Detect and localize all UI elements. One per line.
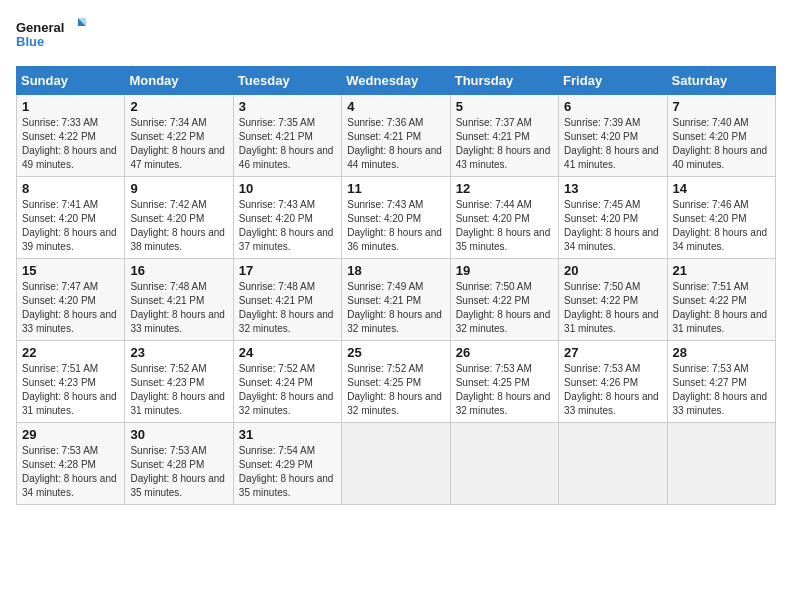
day-header-sunday: Sunday bbox=[17, 67, 125, 95]
day-info: Sunrise: 7:45 AM Sunset: 4:20 PM Dayligh… bbox=[564, 198, 661, 254]
day-info: Sunrise: 7:52 AM Sunset: 4:24 PM Dayligh… bbox=[239, 362, 336, 418]
calendar-cell: 15 Sunrise: 7:47 AM Sunset: 4:20 PM Dayl… bbox=[17, 259, 125, 341]
week-row-4: 22 Sunrise: 7:51 AM Sunset: 4:23 PM Dayl… bbox=[17, 341, 776, 423]
calendar-table: SundayMondayTuesdayWednesdayThursdayFrid… bbox=[16, 66, 776, 505]
logo: General Blue bbox=[16, 16, 86, 56]
calendar-cell: 11 Sunrise: 7:43 AM Sunset: 4:20 PM Dayl… bbox=[342, 177, 450, 259]
day-info: Sunrise: 7:54 AM Sunset: 4:29 PM Dayligh… bbox=[239, 444, 336, 500]
calendar-cell: 1 Sunrise: 7:33 AM Sunset: 4:22 PM Dayli… bbox=[17, 95, 125, 177]
header-row: SundayMondayTuesdayWednesdayThursdayFrid… bbox=[17, 67, 776, 95]
day-info: Sunrise: 7:47 AM Sunset: 4:20 PM Dayligh… bbox=[22, 280, 119, 336]
day-number: 27 bbox=[564, 345, 661, 360]
day-number: 21 bbox=[673, 263, 770, 278]
day-info: Sunrise: 7:53 AM Sunset: 4:28 PM Dayligh… bbox=[130, 444, 227, 500]
calendar-cell: 4 Sunrise: 7:36 AM Sunset: 4:21 PM Dayli… bbox=[342, 95, 450, 177]
calendar-cell bbox=[667, 423, 775, 505]
week-row-5: 29 Sunrise: 7:53 AM Sunset: 4:28 PM Dayl… bbox=[17, 423, 776, 505]
calendar-cell: 31 Sunrise: 7:54 AM Sunset: 4:29 PM Dayl… bbox=[233, 423, 341, 505]
day-info: Sunrise: 7:48 AM Sunset: 4:21 PM Dayligh… bbox=[239, 280, 336, 336]
day-number: 1 bbox=[22, 99, 119, 114]
day-number: 22 bbox=[22, 345, 119, 360]
day-info: Sunrise: 7:50 AM Sunset: 4:22 PM Dayligh… bbox=[456, 280, 553, 336]
calendar-cell: 2 Sunrise: 7:34 AM Sunset: 4:22 PM Dayli… bbox=[125, 95, 233, 177]
day-number: 4 bbox=[347, 99, 444, 114]
day-number: 24 bbox=[239, 345, 336, 360]
week-row-1: 1 Sunrise: 7:33 AM Sunset: 4:22 PM Dayli… bbox=[17, 95, 776, 177]
day-info: Sunrise: 7:53 AM Sunset: 4:27 PM Dayligh… bbox=[673, 362, 770, 418]
day-number: 13 bbox=[564, 181, 661, 196]
day-info: Sunrise: 7:36 AM Sunset: 4:21 PM Dayligh… bbox=[347, 116, 444, 172]
day-info: Sunrise: 7:42 AM Sunset: 4:20 PM Dayligh… bbox=[130, 198, 227, 254]
day-number: 2 bbox=[130, 99, 227, 114]
calendar-cell: 9 Sunrise: 7:42 AM Sunset: 4:20 PM Dayli… bbox=[125, 177, 233, 259]
week-row-2: 8 Sunrise: 7:41 AM Sunset: 4:20 PM Dayli… bbox=[17, 177, 776, 259]
day-number: 23 bbox=[130, 345, 227, 360]
calendar-cell: 27 Sunrise: 7:53 AM Sunset: 4:26 PM Dayl… bbox=[559, 341, 667, 423]
day-number: 14 bbox=[673, 181, 770, 196]
day-number: 11 bbox=[347, 181, 444, 196]
day-number: 17 bbox=[239, 263, 336, 278]
calendar-cell: 12 Sunrise: 7:44 AM Sunset: 4:20 PM Dayl… bbox=[450, 177, 558, 259]
calendar-cell: 17 Sunrise: 7:48 AM Sunset: 4:21 PM Dayl… bbox=[233, 259, 341, 341]
day-info: Sunrise: 7:52 AM Sunset: 4:23 PM Dayligh… bbox=[130, 362, 227, 418]
day-number: 25 bbox=[347, 345, 444, 360]
day-info: Sunrise: 7:41 AM Sunset: 4:20 PM Dayligh… bbox=[22, 198, 119, 254]
day-info: Sunrise: 7:51 AM Sunset: 4:22 PM Dayligh… bbox=[673, 280, 770, 336]
header: General Blue bbox=[16, 16, 776, 56]
calendar-cell: 26 Sunrise: 7:53 AM Sunset: 4:25 PM Dayl… bbox=[450, 341, 558, 423]
calendar-cell: 7 Sunrise: 7:40 AM Sunset: 4:20 PM Dayli… bbox=[667, 95, 775, 177]
calendar-cell: 10 Sunrise: 7:43 AM Sunset: 4:20 PM Dayl… bbox=[233, 177, 341, 259]
day-info: Sunrise: 7:37 AM Sunset: 4:21 PM Dayligh… bbox=[456, 116, 553, 172]
day-number: 19 bbox=[456, 263, 553, 278]
day-header-thursday: Thursday bbox=[450, 67, 558, 95]
day-number: 8 bbox=[22, 181, 119, 196]
day-number: 10 bbox=[239, 181, 336, 196]
calendar-cell: 8 Sunrise: 7:41 AM Sunset: 4:20 PM Dayli… bbox=[17, 177, 125, 259]
day-number: 28 bbox=[673, 345, 770, 360]
logo-svg: General Blue bbox=[16, 16, 86, 56]
day-info: Sunrise: 7:44 AM Sunset: 4:20 PM Dayligh… bbox=[456, 198, 553, 254]
svg-text:Blue: Blue bbox=[16, 34, 44, 49]
calendar-cell: 13 Sunrise: 7:45 AM Sunset: 4:20 PM Dayl… bbox=[559, 177, 667, 259]
calendar-cell: 21 Sunrise: 7:51 AM Sunset: 4:22 PM Dayl… bbox=[667, 259, 775, 341]
day-header-monday: Monday bbox=[125, 67, 233, 95]
day-info: Sunrise: 7:53 AM Sunset: 4:25 PM Dayligh… bbox=[456, 362, 553, 418]
day-header-saturday: Saturday bbox=[667, 67, 775, 95]
day-number: 15 bbox=[22, 263, 119, 278]
day-info: Sunrise: 7:35 AM Sunset: 4:21 PM Dayligh… bbox=[239, 116, 336, 172]
day-header-friday: Friday bbox=[559, 67, 667, 95]
calendar-cell: 23 Sunrise: 7:52 AM Sunset: 4:23 PM Dayl… bbox=[125, 341, 233, 423]
calendar-cell bbox=[342, 423, 450, 505]
day-number: 18 bbox=[347, 263, 444, 278]
day-number: 3 bbox=[239, 99, 336, 114]
day-info: Sunrise: 7:34 AM Sunset: 4:22 PM Dayligh… bbox=[130, 116, 227, 172]
calendar-cell bbox=[450, 423, 558, 505]
day-number: 6 bbox=[564, 99, 661, 114]
day-number: 29 bbox=[22, 427, 119, 442]
day-number: 9 bbox=[130, 181, 227, 196]
calendar-cell: 6 Sunrise: 7:39 AM Sunset: 4:20 PM Dayli… bbox=[559, 95, 667, 177]
day-number: 20 bbox=[564, 263, 661, 278]
day-info: Sunrise: 7:39 AM Sunset: 4:20 PM Dayligh… bbox=[564, 116, 661, 172]
day-info: Sunrise: 7:51 AM Sunset: 4:23 PM Dayligh… bbox=[22, 362, 119, 418]
day-number: 16 bbox=[130, 263, 227, 278]
day-info: Sunrise: 7:53 AM Sunset: 4:28 PM Dayligh… bbox=[22, 444, 119, 500]
calendar-cell: 3 Sunrise: 7:35 AM Sunset: 4:21 PM Dayli… bbox=[233, 95, 341, 177]
calendar-cell: 29 Sunrise: 7:53 AM Sunset: 4:28 PM Dayl… bbox=[17, 423, 125, 505]
day-info: Sunrise: 7:48 AM Sunset: 4:21 PM Dayligh… bbox=[130, 280, 227, 336]
calendar-cell: 30 Sunrise: 7:53 AM Sunset: 4:28 PM Dayl… bbox=[125, 423, 233, 505]
day-number: 30 bbox=[130, 427, 227, 442]
svg-text:General: General bbox=[16, 20, 64, 35]
day-info: Sunrise: 7:40 AM Sunset: 4:20 PM Dayligh… bbox=[673, 116, 770, 172]
day-info: Sunrise: 7:52 AM Sunset: 4:25 PM Dayligh… bbox=[347, 362, 444, 418]
calendar-cell: 25 Sunrise: 7:52 AM Sunset: 4:25 PM Dayl… bbox=[342, 341, 450, 423]
day-header-tuesday: Tuesday bbox=[233, 67, 341, 95]
day-header-wednesday: Wednesday bbox=[342, 67, 450, 95]
day-info: Sunrise: 7:43 AM Sunset: 4:20 PM Dayligh… bbox=[347, 198, 444, 254]
week-row-3: 15 Sunrise: 7:47 AM Sunset: 4:20 PM Dayl… bbox=[17, 259, 776, 341]
day-number: 26 bbox=[456, 345, 553, 360]
day-info: Sunrise: 7:49 AM Sunset: 4:21 PM Dayligh… bbox=[347, 280, 444, 336]
calendar-cell: 24 Sunrise: 7:52 AM Sunset: 4:24 PM Dayl… bbox=[233, 341, 341, 423]
day-number: 5 bbox=[456, 99, 553, 114]
day-number: 31 bbox=[239, 427, 336, 442]
